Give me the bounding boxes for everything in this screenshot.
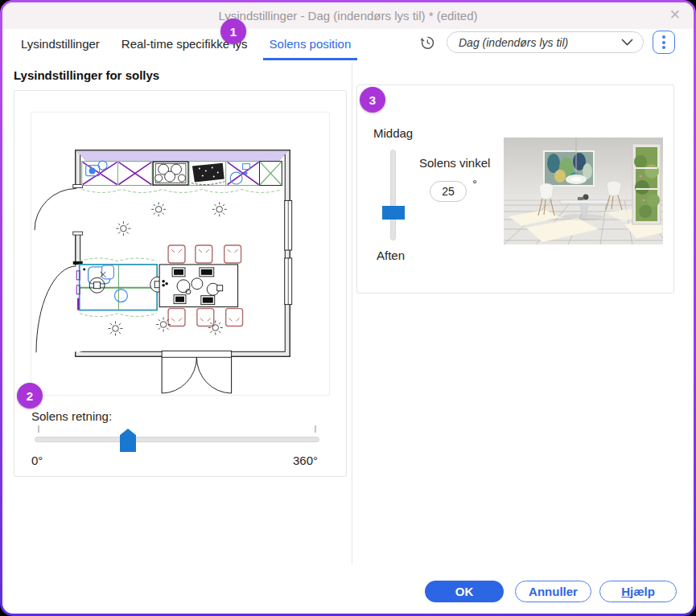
light-settings-dialog: Lysindstillinger - Dag (indendørs lys ti… <box>2 2 694 614</box>
dialog-titlebar[interactable]: Lysindstillinger - Dag (indendørs lys ti… <box>2 2 694 29</box>
sun-direction-slider-thumb[interactable] <box>120 429 136 452</box>
more-options-button[interactable] <box>653 31 675 54</box>
ok-button[interactable]: OK <box>425 581 504 602</box>
noon-label: Middag <box>373 126 413 140</box>
tab-solens-position[interactable]: Solens position <box>263 37 358 60</box>
sun-direction-slider-track[interactable] <box>35 437 319 442</box>
help-button-label-rest: jælp <box>630 585 655 598</box>
sun-position-group: Middag Aften Solens vinkel ° <box>356 84 674 294</box>
help-button-mnemonic: H <box>621 585 630 598</box>
preset-dropdown[interactable]: Dag (indendørs lys til) <box>447 31 644 53</box>
slider-tick-end <box>315 425 316 433</box>
sun-direction-label: Solens retning: <box>31 409 112 423</box>
help-button[interactable]: Hjælp <box>599 581 677 602</box>
dialog-frame: Lysindstillinger - Dag (indendørs lys ti… <box>0 0 696 616</box>
direction-max-label: 360° <box>293 454 318 467</box>
sun-elevation-slider-thumb[interactable] <box>382 206 405 220</box>
preset-value: Dag (indendørs lys til) <box>447 36 621 49</box>
history-icon[interactable] <box>419 35 435 51</box>
tab-bar: Lysindstillinger Real-time specifikke ly… <box>21 37 351 60</box>
step-badge-3: 3 <box>360 87 385 113</box>
degree-unit-label: ° <box>472 177 477 191</box>
kebab-icon <box>662 35 665 39</box>
floor-plan-drawing <box>31 113 329 395</box>
cancel-button[interactable]: Annuller <box>515 581 591 602</box>
chevron-down-icon <box>621 39 633 46</box>
panel-divider <box>352 63 352 565</box>
slider-tick-start <box>38 425 39 433</box>
render-preview-image <box>504 138 663 244</box>
step-badge-1: 1 <box>220 18 246 44</box>
tab-lysindstillinger[interactable]: Lysindstillinger <box>21 37 100 60</box>
direction-min-label: 0° <box>31 454 43 467</box>
sun-elevation-slider-track[interactable] <box>390 150 396 240</box>
sun-angle-label: Solens vinkel <box>419 156 490 170</box>
sunlight-settings-group: Solens retning: 0° 360° <box>14 90 347 477</box>
sun-angle-input[interactable] <box>430 181 467 202</box>
step-badge-2: 2 <box>17 383 43 409</box>
dialog-title: Lysindstillinger - Dag (indendørs lys ti… <box>2 2 694 29</box>
close-icon[interactable]: ✕ <box>669 6 681 24</box>
evening-label: Aften <box>377 248 405 262</box>
sunlight-settings-heading: Lysindstillinger for sollys <box>14 68 159 82</box>
floor-plan-preview[interactable] <box>31 112 330 396</box>
